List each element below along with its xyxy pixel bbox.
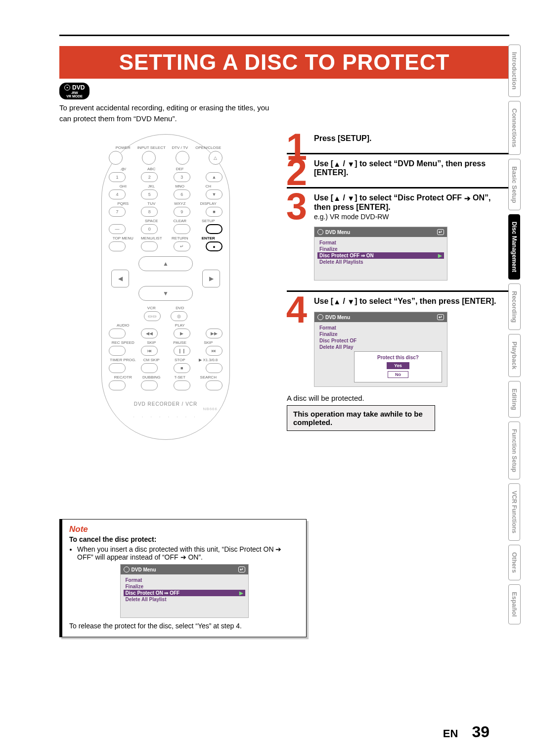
skip-back-button[interactable]: ⏮ — [141, 346, 158, 356]
side-tabs: Introduction Connections Basic Setup Dis… — [508, 45, 523, 628]
up-icon: ▲ — [333, 297, 341, 306]
nav-up[interactable]: ▲ — [138, 256, 193, 271]
play-icon: ▶ — [438, 253, 442, 258]
num-3[interactable]: 3 — [174, 172, 190, 182]
tab-espanol[interactable]: Español — [508, 584, 521, 624]
dvd-button[interactable]: ◎ — [171, 311, 187, 321]
step-1: 1 Press [SETUP]. — [287, 134, 509, 143]
dtv-tv-button[interactable] — [176, 151, 189, 165]
arrow-right-icon: ➔ — [464, 194, 471, 202]
disc-icon — [124, 567, 130, 572]
note-subheading: To cancel the disc protect: — [69, 535, 299, 543]
ch-up[interactable]: ▲ — [206, 172, 222, 182]
step-text: Use [▲ / ▼] to select “Yes”, then press … — [314, 297, 509, 306]
timer-prog-button[interactable] — [109, 363, 126, 373]
step-text: Press [SETUP]. — [314, 134, 509, 143]
nav-pad: ▲ ▼ ◀ ▶ — [121, 256, 210, 301]
osd-row: Finalize — [124, 583, 245, 590]
audio-button[interactable] — [109, 329, 126, 338]
osd-row: Finalize — [317, 246, 444, 252]
dubbing-button[interactable] — [141, 380, 158, 390]
display-button[interactable]: ■ — [206, 207, 222, 217]
pause-button[interactable]: ❙❙ — [174, 346, 190, 356]
remote-footer: DVD RECORDER / VCR NB666 — [109, 401, 222, 411]
dialog-yes[interactable]: Yes — [387, 362, 409, 369]
lang-label: EN — [443, 727, 458, 740]
num-9[interactable]: 9 — [174, 207, 190, 217]
num-6[interactable]: 6 — [174, 189, 190, 199]
tab-disc-management[interactable]: Disc Management — [508, 214, 520, 280]
tab-function-setup[interactable]: Function Setup — [508, 422, 520, 479]
osd-row: Format — [317, 325, 444, 331]
enter-button[interactable]: ● — [206, 241, 222, 251]
tab-recording[interactable]: Recording — [508, 284, 521, 330]
search-button[interactable] — [206, 380, 222, 390]
vcr-button[interactable]: ▭▭ — [144, 311, 161, 321]
open-close-button[interactable]: △ — [209, 151, 222, 165]
left-column: POWERINPUT SELECTDTV / TVOPEN/CLOSE △ .@… — [59, 134, 272, 637]
step-number: 4 — [282, 295, 312, 325]
page-number: 39 — [472, 723, 490, 741]
tab-others[interactable]: Others — [508, 545, 521, 580]
speed-button[interactable] — [206, 363, 222, 373]
setup-button[interactable] — [206, 224, 222, 234]
rew-button[interactable]: ◀◀ — [141, 329, 158, 338]
badge-sub1: -RW — [64, 91, 85, 94]
rec-speed-button[interactable] — [109, 346, 126, 356]
num-5[interactable]: 5 — [141, 189, 158, 199]
down-icon: ▼ — [347, 194, 355, 202]
top-rule — [59, 35, 509, 36]
skip-fwd-button[interactable]: ⏭ — [206, 346, 222, 356]
dialog-no[interactable]: No — [388, 371, 408, 378]
step-number: 3 — [282, 191, 312, 222]
cm-skip-button[interactable] — [141, 363, 158, 373]
up-icon: ▲ — [333, 160, 341, 168]
top-menu-button[interactable] — [109, 241, 126, 251]
tab-playback[interactable]: Playback — [508, 334, 521, 377]
page-footer: EN 39 — [443, 723, 490, 741]
badge-text: DVD — [72, 84, 85, 91]
rec-otr-button[interactable] — [109, 380, 126, 390]
tab-introduction[interactable]: Introduction — [508, 45, 521, 97]
tab-vcr-functions[interactable]: VCR Functions — [508, 483, 520, 541]
page-title: SETTING A DISC TO PROTECT — [59, 46, 509, 79]
menu-list-button[interactable] — [141, 241, 158, 251]
dash-button[interactable]: — — [109, 224, 126, 234]
clear-button[interactable] — [174, 224, 190, 234]
hint-box: This operation may take awhile to be com… — [287, 405, 435, 431]
num-7[interactable]: 7 — [109, 207, 126, 217]
play-icon: ▶ — [239, 590, 243, 596]
osd-row: Format — [317, 239, 444, 246]
stop-button[interactable]: ■ — [174, 363, 190, 373]
return-button[interactable]: ↵ — [174, 241, 190, 251]
t-set-button[interactable] — [174, 380, 190, 390]
tab-connections[interactable]: Connections — [508, 101, 521, 155]
return-icon: ↵ — [238, 567, 245, 572]
num-4[interactable]: 4 — [109, 189, 126, 199]
tab-editing[interactable]: Editing — [508, 381, 521, 418]
ff-button[interactable]: ▶▶ — [206, 329, 222, 338]
num-1[interactable]: 1 — [109, 172, 126, 182]
badge-sub2: VR MODE — [64, 94, 85, 98]
nav-left[interactable]: ◀ — [111, 270, 129, 287]
step-4: 4 Use [▲ / ▼] to select “Yes”, then pres… — [287, 297, 509, 431]
note-heading: Note — [69, 524, 299, 534]
power-button[interactable] — [109, 151, 123, 165]
ch-down[interactable]: ▼ — [206, 189, 222, 199]
nav-down[interactable]: ▼ — [138, 286, 193, 301]
num-2[interactable]: 2 — [141, 172, 158, 182]
return-icon: ↵ — [437, 229, 444, 235]
intro-text: To prevent accidental recording, editing… — [59, 102, 277, 124]
num-0[interactable]: 0 — [141, 224, 158, 234]
osd-row-selected: Disc Protect ON ⇒ OFF▶ — [124, 590, 245, 596]
play-button[interactable]: ▶ — [174, 329, 190, 338]
tab-basic-setup[interactable]: Basic Setup — [508, 159, 521, 210]
up-icon: ▲ — [333, 194, 341, 202]
note-bullet: When you insert a disc protected with th… — [77, 545, 299, 561]
remote-dots: · · · · · · · · — [109, 414, 222, 420]
step-3: 3 Use [▲ / ▼] to select “Disc Protect OF… — [287, 193, 509, 281]
input-select-button[interactable] — [142, 151, 156, 165]
num-8[interactable]: 8 — [141, 207, 158, 217]
osd-row: Delete All Play — [317, 344, 444, 350]
nav-right[interactable]: ▶ — [202, 270, 220, 287]
